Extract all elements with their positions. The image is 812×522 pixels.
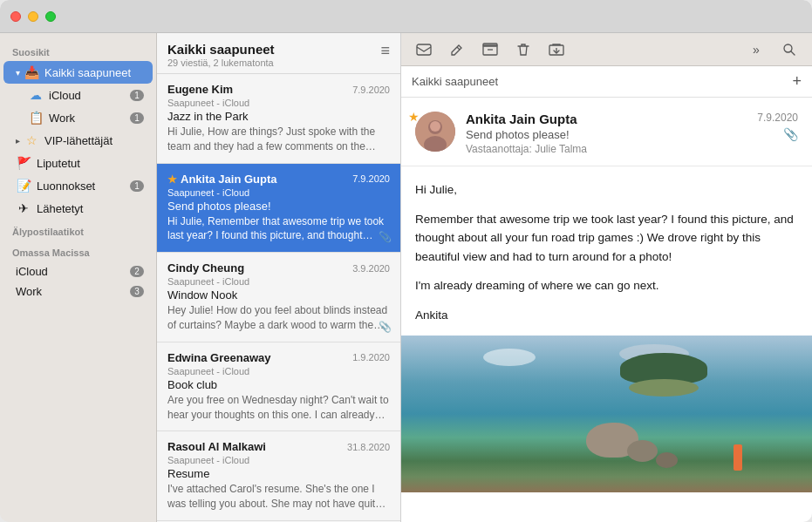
flag-icon: 🚩 xyxy=(16,155,31,171)
message-subject: Resume xyxy=(167,467,390,480)
drafts-icon: 📝 xyxy=(16,178,31,193)
person xyxy=(734,444,742,471)
email-sender-name: Ankita Jain Gupta xyxy=(466,112,747,126)
beach-scene xyxy=(401,336,812,492)
rock-3 xyxy=(656,452,678,468)
add-button[interactable]: + xyxy=(792,72,802,91)
message-preview: Hi Julie, Remember that awesome trip we … xyxy=(167,214,390,244)
sidebar-label-flagged: Liputetut xyxy=(37,157,144,170)
email-meta: Ankita Jain Gupta Send photos please! Va… xyxy=(466,112,747,155)
message-date: 31.8.2020 xyxy=(347,442,390,452)
detail-content: ★ Ankita Jain Gupta Send photos please! xyxy=(401,98,812,522)
message-list-subtitle: 29 viestiä, 2 lukematonta xyxy=(167,58,275,68)
attachment-icon: 📎 xyxy=(379,231,392,243)
sidebar-item-work-account[interactable]: Work 3 xyxy=(3,281,153,302)
sidebar-label-icloud-account: iCloud xyxy=(16,265,130,278)
svg-line-8 xyxy=(791,51,795,55)
island xyxy=(620,353,707,397)
message-item[interactable]: ★Ankita Jain Gupta 7.9.2020 Saapuneet - … xyxy=(157,164,400,254)
reply-button[interactable] xyxy=(412,37,436,62)
email-date-right: 7.9.2020 📎 xyxy=(757,112,798,155)
sidebar: Suosikit ▾ 📥 Kaikki saapuneet ☁ iCloud 1… xyxy=(0,33,157,522)
icloud-account-badge: 2 xyxy=(130,266,144,277)
sidebar-item-vip[interactable]: ▸ ☆ VIP-lähettäjät xyxy=(3,129,153,152)
message-date: 3.9.2020 xyxy=(352,263,390,274)
recipient-name: Julie Talma xyxy=(535,143,587,155)
sidebar-label-inbox: Kaikki saapuneet xyxy=(44,66,144,79)
svg-rect-0 xyxy=(417,44,431,55)
email-body: Hi Julie, Remember that awesome trip we … xyxy=(401,166,812,325)
favorites-section-label: Suosikit xyxy=(0,40,156,61)
message-subject: Book club xyxy=(167,378,390,391)
message-item[interactable]: Cindy Cheung 3.9.2020 Saapuneet - iCloud… xyxy=(157,253,400,342)
on-mac-label: Omassa Macissa xyxy=(0,241,156,261)
message-date: 7.9.2020 xyxy=(352,173,390,184)
svg-line-1 xyxy=(457,47,460,50)
inbox-icon: 📥 xyxy=(24,64,39,80)
email-header: ★ Ankita Jain Gupta Send photos please! xyxy=(401,98,812,166)
message-sender: Cindy Cheung xyxy=(167,261,244,275)
sidebar-item-drafts[interactable]: 📝 Luonnokset 1 xyxy=(3,174,153,197)
message-item[interactable]: Rasoul Al Malkawi 31.8.2020 Saapuneet - … xyxy=(157,431,400,521)
sidebar-item-all-inboxes[interactable]: ▾ 📥 Kaikki saapuneet xyxy=(3,61,153,84)
island-land xyxy=(629,379,699,397)
attachment-icon: 📎 xyxy=(379,321,392,333)
minimize-button[interactable] xyxy=(28,11,38,22)
sidebar-label-icloud: iCloud xyxy=(49,89,130,102)
message-account: Saapuneet - iCloud xyxy=(167,187,390,198)
cloud-1 xyxy=(483,349,536,366)
star-badge-icon: ★ xyxy=(408,110,420,124)
archive-button[interactable] xyxy=(478,37,502,62)
message-subject: Jazz in the Park xyxy=(167,110,390,123)
message-item[interactable]: Edwina Greenaway 1.9.2020 Saapuneet - iC… xyxy=(157,342,400,432)
expand-button[interactable]: » xyxy=(744,37,768,62)
filter-icon[interactable]: ≡ xyxy=(380,42,390,60)
message-sender: ★Ankita Jain Gupta xyxy=(167,173,277,186)
message-account: Saapuneet - iCloud xyxy=(167,276,390,287)
message-preview: Hi Julie, How are things? Just spoke wit… xyxy=(167,125,390,154)
avatar-container: ★ xyxy=(415,112,455,155)
message-sender: Eugene Kim xyxy=(167,83,233,96)
search-button[interactable] xyxy=(777,37,802,62)
attachment-icon: 📎 xyxy=(783,127,798,141)
recipient-label: Vastaanottaja: xyxy=(466,143,532,155)
compose-button[interactable] xyxy=(445,37,469,62)
message-date: 7.9.2020 xyxy=(352,85,390,95)
email-recipient: Vastaanottaja: Julie Talma xyxy=(466,143,747,155)
sidebar-item-icloud-account[interactable]: iCloud 2 xyxy=(3,261,153,281)
sidebar-item-sent[interactable]: ✈ Lähetetyt xyxy=(3,197,153,220)
message-item[interactable]: Eugene Kim 7.9.2020 Saapuneet - iCloud J… xyxy=(157,74,400,164)
maximize-button[interactable] xyxy=(45,11,56,22)
message-account: Saapuneet - iCloud xyxy=(167,455,390,465)
smart-mailboxes-label: Älypostilaatikot xyxy=(0,220,156,241)
breadcrumb-bar: Kaikki saapuneet + xyxy=(401,66,812,98)
delete-button[interactable] xyxy=(511,37,536,62)
close-button[interactable] xyxy=(10,11,21,22)
message-preview: Hey Julie! How do you feel about blinds … xyxy=(167,303,390,333)
email-date: 7.9.2020 xyxy=(757,112,798,124)
messages-list: Eugene Kim 7.9.2020 Saapuneet - iCloud J… xyxy=(157,74,400,522)
breadcrumb: Kaikki saapuneet xyxy=(412,75,498,88)
traffic-lights xyxy=(10,11,56,22)
message-account: Saapuneet - iCloud xyxy=(167,98,390,108)
message-subject: Send photos please! xyxy=(167,200,390,213)
sidebar-label-work: Work xyxy=(49,112,130,125)
star-icon: ★ xyxy=(167,173,177,186)
move-button[interactable] xyxy=(544,37,569,62)
work-badge: 1 xyxy=(130,112,144,124)
message-sender: Rasoul Al Malkawi xyxy=(167,440,266,453)
message-account: Saapuneet - iCloud xyxy=(167,366,390,376)
work-inbox-icon: 📋 xyxy=(28,110,44,125)
sidebar-item-icloud[interactable]: ☁ iCloud 1 xyxy=(3,84,153,106)
message-subject: Window Nook xyxy=(167,288,390,302)
sidebar-item-work[interactable]: 📋 Work 1 xyxy=(3,106,153,129)
message-list-pane: Kaikki saapuneet 29 viestiä, 2 lukematon… xyxy=(157,33,401,522)
body-paragraph-2: I'm already dreaming of where we can go … xyxy=(415,276,798,295)
vip-icon: ☆ xyxy=(24,132,39,148)
sidebar-label-sent: Lähetetyt xyxy=(37,202,144,215)
icloud-badge: 1 xyxy=(130,90,144,101)
sent-icon: ✈ xyxy=(16,200,31,216)
sidebar-item-flagged[interactable]: 🚩 Liputetut xyxy=(3,152,153,174)
body-greeting: Hi Julie, xyxy=(415,180,798,200)
email-subject-line: Send photos please! xyxy=(466,128,747,141)
